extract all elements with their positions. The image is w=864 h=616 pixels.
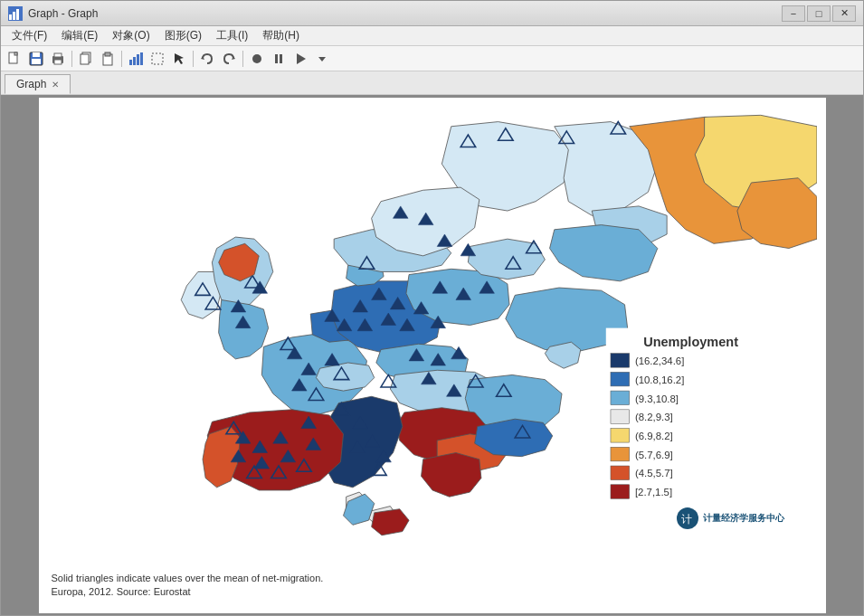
svg-rect-15 [129, 60, 132, 65]
svg-text:(8.2,9.3]: (8.2,9.3] [634, 412, 672, 422]
svg-rect-1 [13, 12, 15, 20]
redo-button[interactable] [219, 49, 239, 69]
svg-text:计: 计 [681, 513, 692, 526]
svg-text:(5.7,6.9]: (5.7,6.9] [634, 449, 672, 460]
main-window: Graph - Graph − □ ✕ 文件(F) 编辑(E) 对象(O) 图形… [0, 0, 864, 616]
svg-rect-134 [610, 391, 629, 405]
svg-rect-130 [610, 353, 629, 367]
app-icon [8, 6, 23, 21]
svg-rect-0 [9, 14, 12, 20]
svg-text:Unemployment: Unemployment [643, 335, 738, 349]
svg-text:(6.9,8.2]: (6.9,8.2] [634, 430, 672, 441]
europe-map: Unemployment (16.2,34.6] (10.8,16.2] (9.… [48, 107, 817, 568]
svg-rect-19 [152, 53, 163, 64]
svg-marker-27 [318, 57, 326, 62]
svg-text:(4.5,5.7]: (4.5,5.7] [634, 468, 672, 479]
title-bar: Graph - Graph − □ ✕ [1, 1, 863, 26]
cursor-button[interactable] [169, 49, 189, 69]
play-button[interactable] [290, 49, 310, 69]
svg-rect-138 [610, 428, 629, 442]
svg-point-23 [252, 54, 261, 63]
svg-rect-136 [610, 409, 629, 423]
toolbar [1, 46, 863, 71]
caption-line-1: Solid triangles indicate values over the… [52, 573, 324, 583]
dropdown-button[interactable] [312, 49, 332, 69]
pause-button[interactable] [269, 49, 289, 69]
menu-bar: 文件(F) 编辑(E) 对象(O) 图形(G) 工具(I) 帮助(H) [1, 26, 863, 46]
svg-text:[2.7,1.5]: [2.7,1.5] [634, 487, 671, 498]
save-button[interactable] [26, 49, 46, 69]
svg-rect-6 [33, 52, 40, 57]
graph-tab[interactable]: Graph ✕ [5, 74, 71, 94]
caption-line-2: Europa, 2012. Source: Eurostat [52, 586, 191, 597]
menu-graph[interactable]: 图形(G) [157, 26, 209, 45]
graph-container: Unemployment (16.2,34.6] (10.8,16.2] (9.… [39, 98, 826, 613]
svg-rect-14 [105, 52, 110, 56]
menu-tools[interactable]: 工具(I) [209, 26, 255, 45]
svg-rect-12 [81, 54, 89, 64]
svg-rect-16 [133, 57, 136, 65]
maximize-button[interactable]: □ [807, 5, 831, 22]
menu-file[interactable]: 文件(F) [5, 26, 54, 45]
new-button[interactable] [5, 49, 24, 69]
menu-edit[interactable]: 编辑(E) [54, 26, 105, 45]
svg-rect-132 [610, 372, 629, 386]
svg-rect-9 [54, 53, 62, 57]
chart-button[interactable] [126, 49, 146, 69]
toolbar-sep-3 [193, 51, 194, 67]
svg-text:(16.2,34.6]: (16.2,34.6] [634, 355, 683, 366]
tab-bar: Graph ✕ [1, 71, 863, 95]
svg-marker-58 [468, 239, 545, 280]
record-button[interactable] [247, 49, 267, 69]
watermark-icon: 计 [677, 507, 698, 529]
print-button[interactable] [48, 49, 68, 69]
svg-rect-140 [610, 447, 629, 461]
svg-text:(10.8,16.2]: (10.8,16.2] [634, 374, 683, 384]
title-bar-left: Graph - Graph [8, 6, 98, 21]
copy-button[interactable] [76, 49, 96, 69]
undo-button[interactable] [197, 49, 217, 69]
toolbar-sep-1 [71, 51, 72, 67]
tab-close-button[interactable]: ✕ [52, 80, 59, 90]
svg-rect-18 [140, 52, 143, 65]
svg-rect-2 [16, 9, 19, 20]
toolbar-sep-4 [242, 51, 243, 67]
content-area: Unemployment (16.2,34.6] (10.8,16.2] (9.… [1, 95, 863, 615]
svg-text:(9.3,10.8]: (9.3,10.8] [634, 393, 678, 403]
svg-rect-24 [275, 54, 278, 63]
svg-rect-10 [54, 60, 62, 64]
svg-rect-142 [610, 466, 629, 480]
toolbar-sep-2 [121, 51, 122, 67]
svg-marker-26 [297, 53, 306, 64]
close-button[interactable]: ✕ [832, 5, 856, 22]
select-button[interactable] [147, 49, 167, 69]
svg-rect-7 [32, 59, 41, 64]
minimize-button[interactable]: − [782, 5, 805, 22]
svg-marker-20 [175, 53, 184, 64]
paste-button[interactable] [98, 49, 118, 69]
window-title: Graph - Graph [28, 7, 98, 20]
svg-rect-144 [610, 484, 629, 498]
graph-caption: Solid triangles indicate values over the… [48, 572, 817, 600]
menu-object[interactable]: 对象(O) [105, 26, 157, 45]
window-controls: − □ ✕ [782, 5, 856, 22]
watermark: 计 计量经济学服务中心 [671, 505, 790, 532]
tab-label: Graph [16, 78, 46, 90]
menu-help[interactable]: 帮助(H) [255, 26, 307, 45]
svg-rect-25 [280, 54, 282, 63]
watermark-text: 计量经济学服务中心 [703, 512, 784, 525]
svg-rect-17 [137, 54, 139, 65]
map-area: Unemployment (16.2,34.6] (10.8,16.2] (9.… [48, 107, 817, 568]
svg-rect-4 [14, 52, 17, 55]
